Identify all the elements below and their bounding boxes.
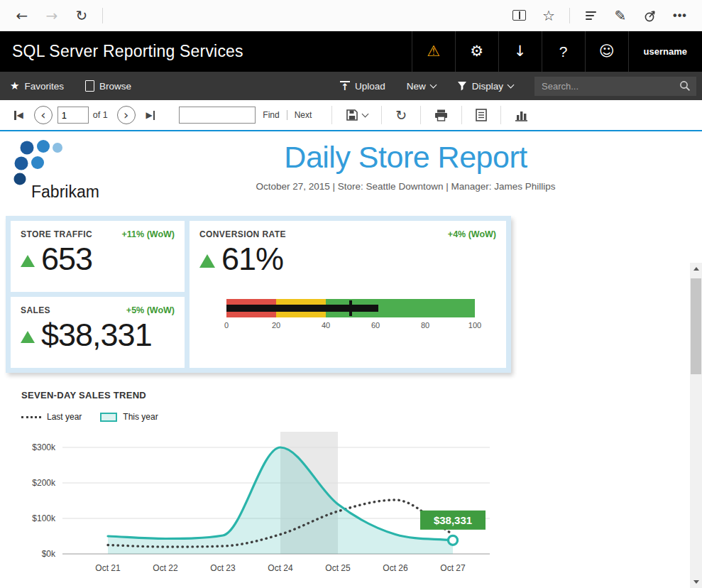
browse-tab[interactable]: Browse bbox=[85, 80, 131, 92]
previous-page-button[interactable]: ‹ bbox=[34, 106, 53, 124]
star-icon: ☆ bbox=[542, 9, 555, 23]
title-block: Daily Store Report October 27, 2015 | St… bbox=[138, 138, 674, 206]
first-page-button[interactable]: ◀ bbox=[9, 110, 29, 120]
download-icon: ↓ bbox=[514, 44, 527, 59]
smiley-icon: ☺ bbox=[599, 44, 615, 59]
alerts-button[interactable]: ⚠ bbox=[412, 31, 455, 72]
search-box bbox=[534, 77, 696, 96]
svg-text:Oct 22: Oct 22 bbox=[153, 563, 178, 573]
export-report-button[interactable] bbox=[469, 104, 493, 126]
scroll-down-icon[interactable] bbox=[693, 580, 699, 584]
conversion-rate-card: CONVERSION RATE +4% (WoW) 61% 0204060801… bbox=[190, 221, 506, 368]
document-icon bbox=[476, 109, 487, 121]
chart-view-button[interactable] bbox=[508, 104, 534, 126]
feedback-button[interactable]: ☺ bbox=[585, 31, 628, 72]
share-button[interactable] bbox=[635, 3, 665, 28]
svg-text:Oct 24: Oct 24 bbox=[268, 563, 293, 573]
bullet-value-bar bbox=[226, 305, 378, 312]
back-icon: ← bbox=[16, 9, 28, 23]
svg-text:$100k: $100k bbox=[32, 513, 56, 523]
kpi-label: CONVERSION RATE bbox=[199, 229, 286, 239]
print-button[interactable] bbox=[428, 104, 454, 126]
svg-text:$38,331: $38,331 bbox=[434, 514, 472, 526]
solid-series-icon bbox=[100, 413, 117, 422]
svg-text:Oct 21: Oct 21 bbox=[95, 563, 121, 573]
bullet-axis: 020406080100 bbox=[226, 321, 475, 334]
bullet-ranges bbox=[226, 299, 475, 317]
page-number-input[interactable] bbox=[57, 107, 89, 124]
bullet-target-tick bbox=[349, 300, 352, 316]
forward-icon: → bbox=[46, 9, 58, 23]
search-input[interactable] bbox=[540, 80, 679, 92]
find-input[interactable] bbox=[179, 107, 256, 124]
favorites-tab[interactable]: ★ Favorites bbox=[10, 80, 64, 92]
user-menu[interactable]: username bbox=[628, 31, 702, 72]
portal-toolbar: ★ Favorites Browse ↑ Upload New Display bbox=[0, 72, 702, 100]
svg-text:Oct 27: Oct 27 bbox=[440, 563, 466, 573]
refresh-report-button[interactable]: ↻ bbox=[389, 104, 413, 126]
up-triangle-icon bbox=[21, 331, 35, 343]
chevron-right-icon: › bbox=[124, 107, 128, 122]
legend-last-year[interactable]: Last year bbox=[21, 412, 82, 422]
share-icon bbox=[643, 9, 657, 23]
download-button[interactable]: ↓ bbox=[498, 31, 542, 72]
upload-button[interactable]: ↑ Upload bbox=[340, 81, 385, 92]
toolbar-separator bbox=[381, 106, 382, 124]
report-viewer-toolbar: ◀ ‹ of 1 › ▶ Find Next ↻ bbox=[0, 100, 702, 131]
chevron-down-icon bbox=[429, 82, 437, 89]
save-export-button[interactable] bbox=[339, 104, 374, 126]
new-menu[interactable]: New bbox=[407, 81, 436, 92]
display-menu[interactable]: Display bbox=[457, 81, 513, 92]
chevron-down-icon bbox=[508, 82, 515, 89]
vertical-scrollbar[interactable] bbox=[690, 263, 702, 588]
toolbar-separator bbox=[102, 8, 103, 23]
find-next-button[interactable]: Next bbox=[295, 110, 312, 120]
help-button[interactable]: ? bbox=[542, 31, 585, 72]
scrollbar-thumb[interactable] bbox=[691, 278, 701, 374]
pencil-icon: ✎ bbox=[615, 9, 627, 23]
legend-this-year[interactable]: This year bbox=[100, 412, 158, 422]
kpi-label: STORE TRAFFIC bbox=[21, 229, 92, 239]
find-button[interactable]: Find bbox=[263, 110, 279, 120]
report-header: Fabrikam Daily Store Report October 27, … bbox=[0, 131, 702, 206]
printer-icon bbox=[434, 109, 448, 121]
svg-text:$300k: $300k bbox=[32, 442, 56, 452]
browser-back-button[interactable]: ← bbox=[7, 3, 37, 28]
scroll-up-icon bbox=[693, 267, 699, 271]
scroll-up-button[interactable] bbox=[690, 263, 702, 275]
hub-button[interactable] bbox=[576, 3, 605, 28]
next-page-button[interactable]: › bbox=[117, 106, 136, 124]
toolbar-separator bbox=[420, 106, 421, 124]
legend-label: This year bbox=[123, 412, 158, 422]
up-triangle-icon bbox=[199, 254, 215, 268]
search-icon[interactable] bbox=[679, 80, 691, 92]
favorites-label: Favorites bbox=[24, 81, 64, 92]
first-page-icon bbox=[14, 111, 16, 120]
fabrikam-dots-icon bbox=[10, 138, 88, 188]
store-traffic-card: STORE TRAFFIC +11% (WoW) 653 bbox=[11, 221, 185, 292]
browser-refresh-button[interactable]: ↻ bbox=[67, 3, 97, 28]
hub-icon bbox=[586, 11, 596, 20]
toolbar-separator bbox=[461, 106, 462, 124]
sales-trend-svg: $0k$100k$200k$300kOct 21Oct 22Oct 23Oct … bbox=[21, 426, 501, 585]
sales-trend-chart: $0k$100k$200k$300kOct 21Oct 22Oct 23Oct … bbox=[21, 426, 702, 588]
kpi-delta: +4% (WoW) bbox=[448, 229, 496, 239]
kpi-delta: +11% (WoW) bbox=[122, 229, 175, 239]
report-title: Daily Store Report bbox=[138, 140, 674, 175]
reading-view-button[interactable] bbox=[504, 3, 534, 28]
last-page-button[interactable]: ▶ bbox=[141, 110, 161, 120]
toolbar-separator bbox=[331, 106, 332, 124]
kpi-label: SALES bbox=[21, 305, 50, 315]
browser-forward-button[interactable]: → bbox=[37, 3, 67, 28]
upload-icon: ↑ bbox=[340, 81, 350, 92]
chevron-left-icon: ‹ bbox=[40, 107, 45, 122]
more-icon: ••• bbox=[673, 9, 687, 22]
dotted-line-icon bbox=[21, 416, 41, 418]
web-note-button[interactable]: ✎ bbox=[605, 3, 635, 28]
svg-text:Oct 23: Oct 23 bbox=[210, 563, 236, 573]
add-favorite-button[interactable]: ☆ bbox=[534, 3, 564, 28]
toolbar-separator bbox=[569, 8, 570, 23]
help-icon: ? bbox=[559, 44, 568, 59]
more-actions-button[interactable]: ••• bbox=[665, 3, 695, 28]
settings-button[interactable]: ⚙ bbox=[455, 31, 498, 72]
